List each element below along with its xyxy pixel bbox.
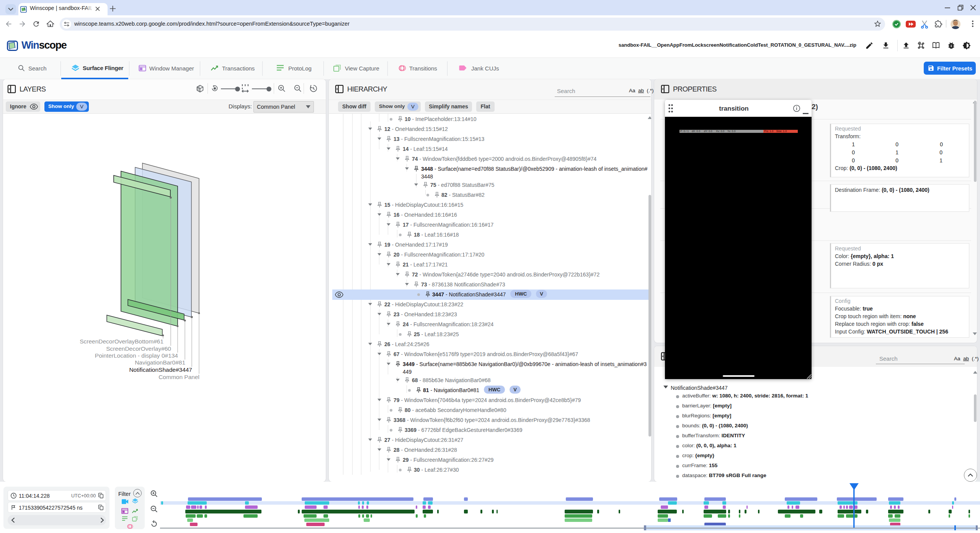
svg-text:ScreenDecorOverlayBottom#61: ScreenDecorOverlayBottom#61 [80,338,163,345]
svg-text:NotificationShade#3447: NotificationShade#3447 [129,366,192,373]
svg-text:PointerLocation - display 0#13: PointerLocation - display 0#134 [95,352,178,359]
svg-text:NavigationBar0#81: NavigationBar0#81 [135,359,185,366]
svg-text:ScreenDecorOverlay#60: ScreenDecorOverlay#60 [106,345,171,352]
svg-text:Common Panel: Common Panel [158,374,199,380]
